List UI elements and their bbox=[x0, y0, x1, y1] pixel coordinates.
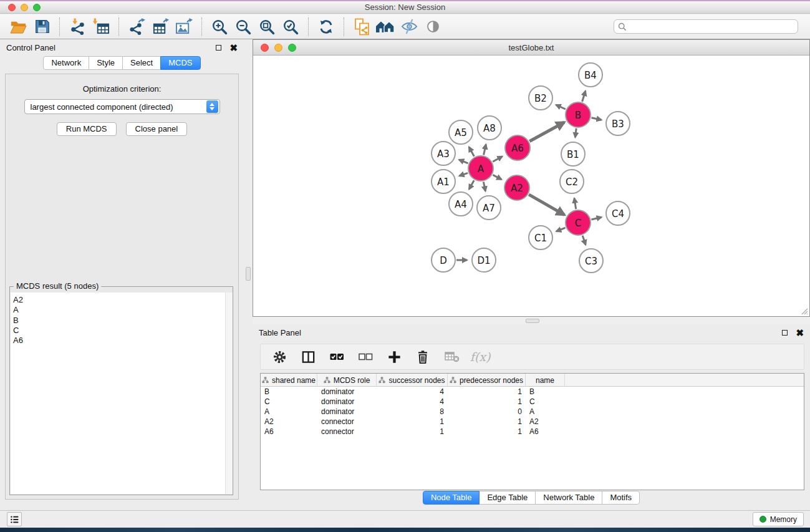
tab-network[interactable]: Network bbox=[43, 56, 89, 70]
import-network-icon[interactable] bbox=[67, 17, 87, 37]
zoom-selected-icon[interactable] bbox=[281, 17, 301, 37]
home-icon[interactable] bbox=[375, 17, 395, 37]
show-details-icon[interactable] bbox=[423, 17, 443, 37]
graph-edge-C-C4[interactable] bbox=[591, 217, 601, 220]
mcds-result-item[interactable]: A2 bbox=[13, 295, 232, 305]
graph-node-C2[interactable]: C2 bbox=[560, 170, 584, 193]
open-session-icon[interactable] bbox=[8, 17, 28, 37]
table-settings-gear-icon[interactable] bbox=[269, 347, 289, 367]
graph-edge-C-C1[interactable] bbox=[556, 228, 566, 231]
zoom-fit-icon[interactable] bbox=[257, 17, 277, 37]
network-graph[interactable]: B4B2BB3A8A5A6A3B1AA1C2A2A4A7C4CC1C3DD1 bbox=[253, 56, 809, 316]
cell[interactable]: A bbox=[261, 407, 317, 417]
close-panel-icon[interactable]: ✖ bbox=[229, 45, 238, 51]
graph-edge-C-C3[interactable] bbox=[582, 236, 586, 245]
graph-node-A2[interactable]: A2 bbox=[504, 175, 529, 200]
close-panel-button[interactable]: Close panel bbox=[126, 122, 188, 136]
graph-edge-A-A4[interactable] bbox=[469, 180, 474, 189]
graph-node-C1[interactable]: C1 bbox=[529, 226, 552, 249]
export-network-icon[interactable] bbox=[127, 17, 147, 37]
criterion-select[interactable]: largest connected component (directed) bbox=[24, 99, 220, 114]
graph-node-A1[interactable]: A1 bbox=[432, 170, 455, 193]
graph-edge-A-A2[interactable] bbox=[493, 175, 501, 179]
delete-column-trash-icon[interactable] bbox=[413, 347, 433, 367]
graph-edge-A2-C[interactable] bbox=[529, 195, 564, 215]
column-header-shared-name[interactable]: shared name bbox=[261, 374, 317, 387]
network-canvas[interactable]: B4B2BB3A8A5A6A3B1AA1C2A2A4A7C4CC1C3DD1 bbox=[253, 56, 809, 316]
cell[interactable]: 4 bbox=[377, 387, 448, 397]
table-row-b[interactable]: Bdominator41B bbox=[261, 387, 804, 397]
show-columns-icon[interactable] bbox=[298, 347, 318, 367]
graph-node-C[interactable]: C bbox=[566, 210, 591, 235]
cell[interactable]: 1 bbox=[377, 427, 448, 437]
graph-node-B4[interactable]: B4 bbox=[579, 63, 602, 87]
graph-edge-A-A3[interactable] bbox=[459, 160, 468, 163]
column-header-name[interactable]: name bbox=[526, 374, 565, 387]
graph-node-A[interactable]: A bbox=[468, 156, 493, 181]
graph-edge-A-A5[interactable] bbox=[469, 147, 474, 157]
cell[interactable]: 1 bbox=[448, 397, 526, 407]
add-column-icon[interactable] bbox=[384, 347, 404, 367]
graph-edge-A-A6[interactable] bbox=[493, 157, 502, 162]
cell[interactable]: dominator bbox=[317, 397, 377, 407]
mcds-result-item[interactable]: C bbox=[13, 326, 232, 336]
mcds-result-item[interactable]: A6 bbox=[13, 336, 232, 346]
mcds-result-item[interactable]: A bbox=[13, 305, 232, 315]
resize-grip-icon[interactable] bbox=[799, 306, 808, 315]
tab-select[interactable]: Select bbox=[122, 56, 161, 70]
horizontal-split-handle[interactable] bbox=[526, 319, 539, 323]
graph-node-A4[interactable]: A4 bbox=[449, 192, 473, 216]
task-history-button[interactable] bbox=[7, 512, 22, 526]
graph-edge-B-B3[interactable] bbox=[592, 118, 602, 120]
cell[interactable]: B bbox=[526, 387, 565, 397]
save-session-icon[interactable] bbox=[32, 17, 52, 37]
cell[interactable]: A2 bbox=[526, 417, 565, 427]
table-row-a2[interactable]: A2connector11A2 bbox=[261, 417, 804, 427]
graph-node-A7[interactable]: A7 bbox=[477, 196, 501, 220]
graph-node-B1[interactable]: B1 bbox=[561, 142, 585, 166]
mcds-result-item[interactable]: B bbox=[13, 316, 232, 326]
tab-motifs[interactable]: Motifs bbox=[602, 491, 640, 505]
table-row-c[interactable]: Cdominator41C bbox=[261, 397, 804, 407]
tab-edge-table[interactable]: Edge Table bbox=[479, 491, 536, 505]
graph-node-A8[interactable]: A8 bbox=[478, 116, 501, 140]
delete-table-icon[interactable] bbox=[441, 347, 461, 367]
cell[interactable]: connector bbox=[317, 427, 377, 437]
graph-node-B3[interactable]: B3 bbox=[606, 112, 630, 135]
cell[interactable]: dominator bbox=[317, 387, 377, 397]
graph-node-A5[interactable]: A5 bbox=[449, 120, 473, 144]
export-table-icon[interactable] bbox=[150, 17, 170, 37]
graph-node-D1[interactable]: D1 bbox=[472, 248, 496, 272]
graph-edge-B-B2[interactable] bbox=[556, 105, 566, 109]
vertical-split-divider[interactable] bbox=[244, 39, 253, 510]
graph-edge-B-B1[interactable] bbox=[575, 128, 576, 137]
zoom-in-icon[interactable] bbox=[210, 17, 229, 37]
graph-edge-B-B4[interactable] bbox=[582, 91, 586, 102]
cell[interactable]: 0 bbox=[448, 407, 526, 417]
graph-edge-C-C2[interactable] bbox=[574, 198, 576, 210]
tab-node-table[interactable]: Node Table bbox=[423, 491, 480, 505]
vertical-split-handle[interactable] bbox=[246, 267, 251, 281]
cell[interactable]: C bbox=[526, 397, 565, 407]
graph-node-C4[interactable]: C4 bbox=[606, 201, 630, 225]
cell[interactable]: A2 bbox=[261, 417, 317, 427]
cell[interactable]: B bbox=[261, 387, 317, 397]
horizontal-split-divider[interactable] bbox=[253, 317, 810, 324]
graph-node-B[interactable]: B bbox=[566, 102, 591, 127]
select-all-icon[interactable] bbox=[327, 347, 347, 367]
import-table-icon[interactable] bbox=[91, 17, 111, 37]
graph-node-A6[interactable]: A6 bbox=[505, 135, 530, 160]
cell[interactable]: connector bbox=[317, 417, 377, 427]
result-scrollbar[interactable] bbox=[225, 293, 233, 494]
memory-button[interactable]: Memory bbox=[753, 512, 804, 526]
network-from-file-icon[interactable] bbox=[352, 17, 372, 37]
graph-edge-A-A7[interactable] bbox=[483, 182, 485, 191]
tab-mcds[interactable]: MCDS bbox=[160, 56, 200, 70]
search-input[interactable] bbox=[627, 22, 794, 31]
close-table-panel-icon[interactable]: ✖ bbox=[796, 330, 804, 336]
cell[interactable]: A6 bbox=[261, 427, 317, 437]
run-mcds-button[interactable]: Run MCDS bbox=[57, 122, 117, 136]
cell[interactable]: dominator bbox=[317, 407, 377, 417]
float-panel-icon[interactable] bbox=[216, 45, 221, 51]
zoom-out-icon[interactable] bbox=[233, 17, 253, 37]
